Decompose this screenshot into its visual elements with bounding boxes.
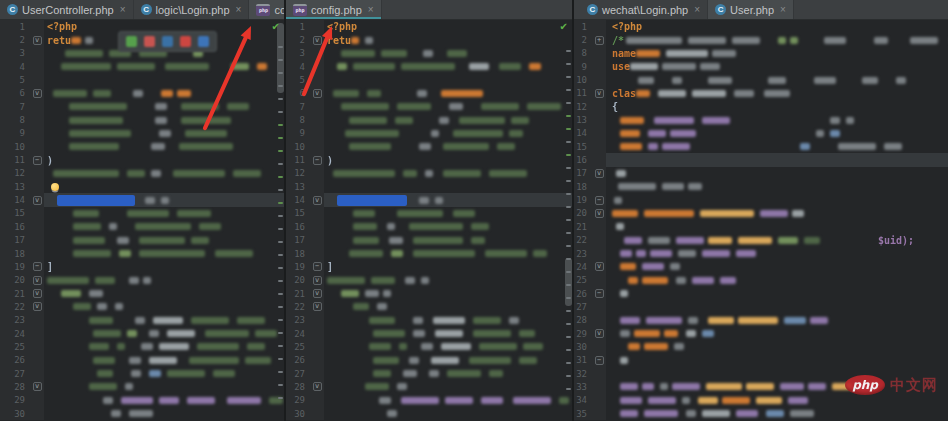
code-blob [187, 397, 215, 404]
fold-marker-icon[interactable]: v [313, 36, 322, 45]
code-blob [620, 263, 636, 270]
close-icon[interactable]: × [368, 5, 374, 15]
fold-marker-icon[interactable]: − [595, 289, 604, 298]
ide-root: php 中文网 CUserController.php×Clogic\Login… [0, 0, 948, 421]
fold-column [310, 314, 324, 327]
code-blob [780, 383, 804, 390]
fold-marker-icon[interactable]: − [595, 196, 604, 205]
code-blob [69, 117, 123, 124]
toolbar-icon[interactable] [198, 36, 209, 47]
code-blob [736, 250, 756, 257]
code-content [324, 314, 572, 327]
error-stripe-mark [278, 137, 283, 139]
code-line: 11vclas [574, 87, 948, 100]
code-blob [93, 357, 115, 364]
code-content [606, 140, 948, 153]
close-icon[interactable]: × [780, 5, 786, 15]
code-editor[interactable]: 1<?php2vretu3456v7891011−)121314v1516171… [0, 20, 284, 421]
fold-marker-icon[interactable]: v [313, 382, 322, 391]
code-line: 29v [574, 327, 948, 340]
tab-usercontroller-php[interactable]: CUserController.php× [0, 0, 134, 19]
close-icon[interactable]: × [120, 5, 126, 15]
code-content [324, 327, 572, 340]
fold-marker-icon[interactable]: v [33, 89, 42, 98]
code-line: 14 [574, 127, 948, 140]
code-blob [191, 237, 209, 244]
fold-marker-icon[interactable]: v [33, 302, 42, 311]
fold-column [310, 354, 324, 367]
error-stripe-mark [278, 163, 283, 165]
line-number: 8 [0, 113, 30, 126]
toolbar-icon[interactable] [180, 36, 191, 47]
fold-marker-icon[interactable]: v [595, 169, 604, 178]
tab-user-php[interactable]: CUser.php× [708, 0, 794, 19]
fold-marker-icon[interactable]: − [33, 156, 42, 165]
tab-logic-login-php[interactable]: Clogic\Login.php× [134, 0, 250, 19]
code-blob [227, 397, 261, 404]
code-blob [616, 170, 626, 177]
fold-marker-icon[interactable]: v [313, 196, 322, 205]
code-blob [345, 130, 399, 137]
error-stripe-mark [566, 271, 571, 273]
fold-marker-icon[interactable]: v [313, 276, 322, 285]
code-blob [662, 183, 684, 190]
line-number: 1 [574, 20, 592, 33]
close-icon[interactable]: × [694, 5, 700, 15]
fold-marker-icon[interactable]: v [595, 329, 604, 338]
fold-marker-icon[interactable]: + [595, 36, 604, 45]
code-blob [119, 250, 131, 257]
line-number: 25 [574, 274, 592, 287]
code-line: 31− [574, 354, 948, 367]
code-blob [473, 317, 501, 324]
code-blob [95, 277, 115, 284]
code-editor[interactable]: 1<?php2vretu3456v7891011−)121314v1516171… [286, 20, 572, 421]
fold-marker-icon[interactable]: v [313, 302, 322, 311]
fold-marker-icon[interactable]: v [313, 289, 322, 298]
fold-marker-icon[interactable]: − [33, 262, 42, 271]
line-number: 22 [0, 300, 30, 313]
code-editor[interactable]: 1<?php2+/*8name9use 1011vclas12{13141516… [574, 20, 948, 421]
code-line: 4 [0, 60, 284, 73]
fold-marker-icon[interactable]: v [595, 89, 604, 98]
tab-bar: CUserController.php×Clogic\Login.php×php… [0, 0, 284, 20]
code-blob [341, 290, 359, 297]
fold-marker-icon[interactable]: v [33, 382, 42, 391]
fold-column [30, 73, 44, 86]
toolbar-icon[interactable] [162, 36, 173, 47]
code-blob [702, 250, 730, 257]
fold-marker-icon[interactable]: − [313, 262, 322, 271]
fold-column [592, 247, 606, 260]
fold-marker-icon[interactable]: v [33, 36, 42, 45]
line-number: 30 [0, 407, 30, 420]
scrollbar-thumb[interactable] [277, 23, 284, 93]
toolbar-icon[interactable] [126, 36, 137, 47]
intention-bulb-icon[interactable] [51, 183, 59, 191]
fold-marker-icon[interactable]: − [595, 356, 604, 365]
code-blob [149, 370, 161, 377]
code-line: 19− [574, 193, 948, 206]
line-number: 30 [286, 407, 310, 420]
tab-wechat-login-php[interactable]: Cwechat\Login.php× [580, 0, 708, 19]
tab-config-php[interactable]: phpconfig.php× [249, 0, 284, 19]
fold-marker-icon[interactable]: v [595, 262, 604, 271]
code-blob [708, 317, 734, 324]
code-blob [688, 37, 726, 44]
tab-config-php[interactable]: phpconfig.php× [286, 0, 382, 19]
fold-marker-icon[interactable]: v [33, 196, 42, 205]
code-blob [800, 143, 810, 150]
code-content [44, 60, 284, 73]
fold-marker-icon[interactable]: − [313, 156, 322, 165]
fold-column [310, 127, 324, 140]
fold-marker-icon[interactable]: v [33, 276, 42, 285]
code-content [324, 167, 572, 180]
fold-marker-icon[interactable]: v [313, 89, 322, 98]
code-token: <?php [327, 21, 357, 32]
line-number: 31 [574, 354, 592, 367]
close-icon[interactable]: × [236, 5, 242, 15]
fold-marker-icon[interactable]: v [595, 209, 604, 218]
code-blob [129, 410, 153, 417]
fold-marker-icon[interactable]: v [33, 289, 42, 298]
line-number: 18 [286, 247, 310, 260]
code-blob [736, 410, 758, 417]
toolbar-icon[interactable] [144, 36, 155, 47]
